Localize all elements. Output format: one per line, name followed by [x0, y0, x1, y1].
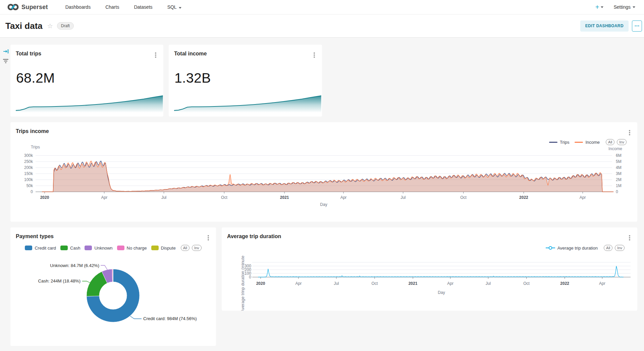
main-nav: Dashboards Charts Datasets SQL: [65, 4, 181, 10]
panel-total-income: Total income 1.32B: [169, 45, 322, 117]
svg-text:100k: 100k: [24, 177, 33, 182]
navbar-right: + Settings: [595, 3, 644, 11]
svg-text:Day: Day: [320, 202, 327, 207]
svg-text:Oct: Oct: [460, 195, 467, 200]
svg-text:0: 0: [31, 189, 33, 194]
total-trips-value: 68.2M: [16, 70, 55, 86]
svg-text:Apr: Apr: [580, 195, 586, 200]
status-badge: Draft: [57, 22, 74, 30]
panel-title: Total trips: [16, 51, 41, 57]
svg-text:150k: 150k: [24, 171, 33, 176]
svg-text:Jul: Jul: [161, 195, 166, 200]
svg-text:Unknown: 84.7M (6.42%): Unknown: 84.7M (6.42%): [50, 263, 99, 268]
expand-filter-bar-icon[interactable]: [3, 49, 9, 54]
superset-logo-icon: [7, 3, 19, 11]
panel-trips-income: Trips income TripsIncomeAllInv Income 30…: [10, 122, 637, 222]
svg-text:Cash: 244M (18.48%): Cash: 244M (18.48%): [38, 278, 80, 283]
nav-dashboards[interactable]: Dashboards: [65, 4, 91, 10]
svg-text:2021: 2021: [409, 281, 418, 286]
svg-text:250k: 250k: [24, 159, 33, 164]
superset-brand[interactable]: Superset: [7, 3, 48, 11]
nav-sql[interactable]: SQL: [167, 4, 181, 10]
svg-text:Apr: Apr: [599, 281, 605, 286]
svg-text:Jul: Jul: [400, 195, 406, 200]
panel-payment-types: Payment types Credit cardCashUnknownNo c…: [10, 227, 216, 346]
svg-text:Jul: Jul: [334, 281, 339, 286]
chevron-down-icon: [601, 6, 603, 8]
svg-text:Apr: Apr: [447, 281, 453, 286]
total-income-sparkline: [174, 92, 321, 113]
svg-text:Credit card: 984M (74.56%): Credit card: 984M (74.56%): [143, 316, 197, 321]
svg-text:5M: 5M: [616, 159, 622, 164]
svg-text:2M: 2M: [616, 177, 622, 182]
svg-text:2020: 2020: [40, 195, 49, 200]
payment-types-donut-chart[interactable]: Credit card: 984M (74.56%)Cash: 244M (18…: [10, 227, 216, 346]
svg-text:0: 0: [616, 189, 618, 194]
panel-total-trips: Total trips 68.2M: [10, 45, 163, 117]
svg-text:Oct: Oct: [523, 281, 530, 286]
svg-text:Apr: Apr: [296, 281, 302, 286]
svg-text:Day: Day: [438, 290, 445, 295]
trips-income-chart[interactable]: 300k250k200k150k100k50k06M5M4M3M2M1M0Tri…: [10, 122, 637, 222]
chevron-down-icon: [179, 7, 181, 9]
svg-text:Oct: Oct: [372, 281, 378, 286]
svg-text:200k: 200k: [24, 165, 33, 170]
settings-menu[interactable]: Settings: [613, 4, 635, 10]
svg-text:50k: 50k: [26, 183, 33, 188]
favorite-star-icon[interactable]: ☆: [47, 22, 53, 30]
panel-average-trip-duration: Average trip duration Average trip durat…: [222, 227, 637, 311]
settings-label: Settings: [613, 4, 631, 10]
dashboard-header: Taxi data ☆ Draft EDIT DASHBOARD: [0, 14, 644, 38]
svg-text:Oct: Oct: [221, 195, 227, 200]
svg-text:0: 0: [249, 275, 251, 279]
dashboard-body: Total trips 68.2M Total income 1.32B Tri…: [0, 38, 644, 351]
plus-icon: +: [595, 3, 599, 11]
svg-text:2022: 2022: [560, 281, 569, 286]
svg-text:300k: 300k: [24, 153, 33, 158]
new-item-button[interactable]: +: [595, 3, 604, 11]
svg-text:2022: 2022: [519, 195, 528, 200]
total-trips-sparkline: [16, 92, 163, 113]
svg-text:6M: 6M: [616, 153, 622, 158]
svg-text:4M: 4M: [616, 165, 622, 170]
svg-text:Average trinp duration (minute: Average trinp duration (minute: [240, 256, 245, 311]
nav-sql-label: SQL: [167, 4, 177, 10]
svg-text:2020: 2020: [256, 281, 265, 286]
ellipsis-icon: [637, 26, 638, 27]
average-trip-duration-chart[interactable]: 3002001000Average trinp duration (minute…: [222, 227, 637, 311]
kebab-menu-icon[interactable]: [153, 52, 158, 58]
chevron-down-icon: [633, 6, 635, 8]
nav-datasets[interactable]: Datasets: [134, 4, 152, 10]
kebab-menu-icon[interactable]: [312, 52, 317, 58]
page-title: Taxi data: [5, 21, 43, 31]
svg-text:3M: 3M: [616, 171, 622, 176]
filter-funnel-icon[interactable]: [3, 58, 9, 64]
svg-text:Trips: Trips: [31, 145, 40, 149]
panel-title: Total income: [174, 51, 207, 57]
header-actions: EDIT DASHBOARD: [580, 20, 644, 32]
total-income-value: 1.32B: [174, 70, 211, 86]
nav-charts[interactable]: Charts: [105, 4, 119, 10]
svg-text:Apr: Apr: [101, 195, 107, 200]
more-options-button[interactable]: [632, 20, 642, 32]
navbar: Superset Dashboards Charts Datasets SQL …: [0, 0, 644, 14]
svg-text:Apr: Apr: [340, 195, 347, 200]
edit-dashboard-button[interactable]: EDIT DASHBOARD: [580, 20, 629, 32]
svg-text:Jul: Jul: [486, 281, 491, 286]
brand-name: Superset: [21, 4, 48, 11]
svg-text:1M: 1M: [616, 183, 622, 188]
svg-text:2021: 2021: [280, 195, 289, 200]
